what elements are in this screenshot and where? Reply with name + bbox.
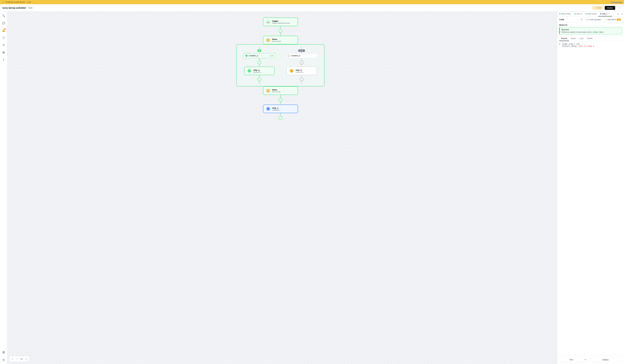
refresh-icon: ↻ (581, 19, 582, 21)
sidebar-icon-search[interactable]: 🔍 (1, 13, 6, 18)
panel-expand-btn[interactable]: ⊟ (620, 12, 624, 16)
expand-icon[interactable]: ▼ (559, 43, 560, 45)
export-key: steps.step_c {1} (562, 43, 579, 45)
trigger-node[interactable]: 🚲 trigger https://eodhar2ke1xrwd... (263, 18, 298, 26)
c9 (301, 58, 302, 61)
tab-ifelse-start[interactable]: ifelse (start) (557, 12, 572, 16)
ifelse-start-node[interactable]: 🔀 ifelse ifelse (start) (263, 36, 298, 44)
c4 (259, 58, 260, 61)
step-b-text: step_b nodejs20.x (295, 69, 304, 73)
code-examples-btn[interactable]: </> Code examples (585, 18, 602, 21)
step-b-icon: JS (289, 68, 294, 73)
fullscreen-btn[interactable]: ⤢ (24, 357, 28, 361)
results-label: RESULTS (559, 24, 622, 26)
home-icon[interactable]: ⌂ (2, 1, 3, 3)
add-btn-after-step-a[interactable]: + (258, 78, 261, 81)
result-tabs: Exports Inputs Logs Details (557, 36, 624, 41)
add-btn-after-trigger[interactable]: + (279, 29, 282, 33)
tab-step-a[interactable]: step_a (572, 12, 584, 16)
step-a-icon: JS (247, 68, 252, 73)
tab-dot-ifelse-end (585, 13, 587, 14)
condition-a-dot (245, 55, 247, 57)
sidebar-icon-grid[interactable]: ▦ (1, 50, 6, 55)
ifelse-start-text: ifelse ifelse (start) (272, 38, 281, 42)
sidebar-icon-history[interactable]: 🕐 (1, 35, 6, 40)
results-section: RESULTS Success Reference exports in fut… (557, 23, 624, 36)
tab-step-c[interactable]: step_c ✕ (598, 12, 612, 16)
fit-view-btn[interactable]: ⊡ (20, 357, 24, 361)
trigger-node-icon: 🚲 (266, 19, 271, 24)
ifelse-end-node[interactable]: 🔀 ifelse ifelse (end) (263, 86, 298, 95)
more-options-button[interactable]: ⋮ (617, 6, 622, 10)
sidebar-bottom: 🖼 ⊞ (1, 350, 6, 362)
connector-end-stepc (280, 95, 281, 98)
exports-content: ▼ steps.step_c {1} $return_value: this i… (557, 41, 624, 355)
svg-text:JS: JS (249, 70, 250, 72)
deploy-button[interactable]: Deploy (605, 6, 615, 10)
zoom-in-btn[interactable]: + (10, 357, 14, 361)
step-b-node[interactable]: JS step_b nodejs20.x (286, 67, 317, 75)
tab-dot-step-a (574, 13, 575, 14)
step-a-text: step_a nodejs20.x (253, 69, 261, 73)
step-a-node[interactable]: JS step_a nodejs20.x (244, 67, 275, 75)
ai-edit-icon: ✨ (605, 19, 607, 21)
deploy-panel-button[interactable]: Deploy (589, 357, 622, 362)
ifelse-end-icon: 🔀 (266, 88, 271, 93)
export-row-key: ▼ steps.step_c {1} (559, 43, 622, 45)
issue-badge[interactable]: ⚠ 1 issue (593, 6, 603, 9)
test-button[interactable]: Test (559, 357, 583, 362)
result-tab-inputs[interactable]: Inputs (569, 36, 578, 41)
edit-ai-btn[interactable]: ✨ Edit with AI Beta (603, 18, 622, 21)
svg-text:JS: JS (267, 108, 269, 110)
result-tab-details[interactable]: Details (585, 36, 594, 41)
test-dropdown-btn[interactable]: ▼ (583, 357, 588, 362)
step-c-icon: JS (266, 106, 271, 111)
sidebar-icon-alert[interactable]: 🔔 1 (1, 28, 6, 33)
add-btn-condition-a[interactable]: + (258, 61, 261, 64)
c13 (280, 102, 281, 104)
refresh-btn[interactable]: ↻ (580, 18, 584, 21)
c5 (259, 64, 260, 67)
project-name[interactable]: CONTROL FLOW TESTS (6, 1, 25, 3)
panel-layout-icons: ⊞ ⊟ (616, 12, 624, 16)
panel-split-btn[interactable]: ⊞ (616, 12, 620, 16)
draft-badge: Draft (27, 7, 33, 9)
sidebar-icon-info[interactable]: ℹ (1, 57, 6, 62)
tab-ifelse-end[interactable]: ifelse (end) (584, 12, 598, 16)
add-btn-condition-b[interactable]: + (300, 61, 303, 64)
condition-a-node[interactable]: condition_a 1 rule (243, 53, 275, 58)
ifelse-start-icon: 🔀 (266, 38, 271, 43)
header-right: ⚠ 1 issue Deploy ⋮ (593, 6, 622, 10)
step-c-node[interactable]: JS step_c nodejs20.x (263, 104, 298, 113)
c11 (301, 75, 302, 78)
add-btn-after-step-c[interactable]: + (279, 116, 282, 120)
result-tab-exports[interactable]: Exports (559, 36, 569, 41)
separator2: > (26, 1, 26, 3)
result-tab-logs[interactable]: Logs (577, 36, 585, 41)
top-bar: ⌂ > CONTROL FLOW TESTS > EDIT Exit build… (0, 0, 624, 4)
edit-label: EDIT (27, 1, 31, 3)
sidebar-icon-comment[interactable]: 💬 (1, 21, 6, 26)
add-btn-after-step-b[interactable]: + (300, 78, 303, 81)
separator1: > (4, 1, 5, 3)
ai-beta-badge: Beta (617, 19, 621, 21)
connector-ifelse-if (259, 47, 260, 50)
c10 (301, 64, 302, 67)
add-btn-after-ifelse-end[interactable]: + (279, 98, 282, 102)
sidebar-icon-settings[interactable]: ⚙ (1, 43, 6, 47)
exit-build-mode-btn[interactable]: Exit build mode (611, 1, 622, 3)
main-layout: 🔍 💬 🔔 1 🕐 ⚙ ▦ ℹ 🖼 ⊞ 🚲 trigger https://eo… (0, 12, 624, 364)
condition-b-node[interactable]: condition_b (286, 53, 317, 58)
sidebar-icon-terminal[interactable]: ⊞ (1, 357, 6, 362)
export-row-value: $return_value: this is step a (562, 45, 622, 47)
tab-dot-ifelse-start (559, 13, 560, 14)
return-value-key: $return_value: (562, 45, 577, 47)
success-title: Success (562, 28, 620, 31)
zoom-out-btn[interactable]: − (15, 357, 19, 361)
trigger-node-text: trigger https://eodhar2ke1xrwd... (272, 20, 291, 24)
return-value: this is step a (579, 45, 594, 47)
sidebar-icon-image[interactable]: 🖼 (1, 350, 6, 355)
tab-close-step-c[interactable]: ✕ (609, 13, 610, 15)
canvas[interactable]: 🚲 trigger https://eodhar2ke1xrwd... + 🔀 … (7, 12, 557, 364)
code-icon: </> (586, 19, 589, 21)
